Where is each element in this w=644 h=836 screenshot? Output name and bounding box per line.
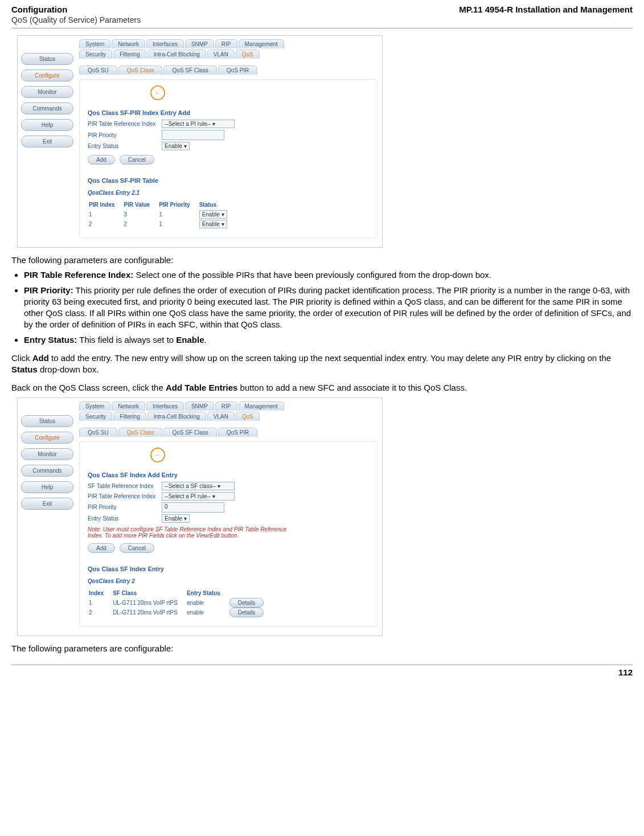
chevron-down-icon: ▾ (212, 493, 215, 499)
label-entry-status: Entry Status (88, 143, 162, 149)
tab-qos[interactable]: QoS (236, 50, 260, 59)
sfindex-add-title: Qos Class SF Index Add Entry (88, 472, 369, 478)
tab-system[interactable]: System (79, 401, 110, 411)
label-sf-ref: SF Table Reference Index (88, 483, 162, 489)
th-pir-index: PIR Index (89, 200, 123, 209)
details-button[interactable]: Details (229, 608, 264, 617)
tab-qos[interactable]: QoS (236, 412, 260, 421)
sidebar-item-configure[interactable]: Configure (21, 69, 73, 81)
chevron-down-icon: ▾ (184, 143, 187, 149)
th-pir-value: PIR Value (124, 200, 158, 209)
tab-filtering[interactable]: Filtering (113, 412, 146, 421)
tab-rip[interactable]: RIP (215, 401, 237, 411)
table-row: 1 UL-G711 20ms VoIP rtPS enable Details (89, 599, 272, 607)
tab-snmp[interactable]: SNMP (185, 39, 214, 48)
label-pir-priority: PIR Priority (88, 132, 162, 138)
label-pir-priority2: PIR Priority (88, 504, 162, 510)
label-entry-status2: Entry Status (88, 515, 162, 522)
label-pir-ref2: PIR Table Reference Index (88, 493, 162, 499)
paragraph: The following parameters are configurabl… (11, 255, 633, 266)
tab-qos-class[interactable]: QoS Class (118, 428, 163, 437)
back-arrow-icon[interactable]: ← (150, 85, 165, 100)
sfpir-add-title: Qos Class SF-PIR Index Entry Add (88, 109, 369, 116)
sidebar-item-monitor[interactable]: Monitor (21, 448, 73, 460)
tab-snmp[interactable]: SNMP (185, 401, 214, 411)
tab-management[interactable]: Management (239, 39, 284, 48)
tab-qos-sf-class[interactable]: QoS SF Class (163, 428, 216, 437)
tab-system[interactable]: System (79, 39, 110, 48)
paragraph: The following parameters are configurabl… (11, 643, 633, 654)
table-row: 1 3 1 Enable ▾ (89, 210, 235, 219)
tab-network[interactable]: Network (112, 39, 145, 48)
sidebar-item-commands[interactable]: Commands (21, 103, 73, 114)
tab-qos-su[interactable]: QoS SU (79, 428, 117, 437)
tab-interfaces[interactable]: Interfaces (146, 401, 184, 411)
list-item: PIR Table Reference Index: Select one of… (24, 269, 633, 281)
select-sf-ref[interactable]: --Select a SF class-- ▾ (162, 482, 235, 490)
tab-qos-pir[interactable]: QoS PIR (218, 428, 257, 437)
select-pir-ref[interactable]: --Select a PI rule-- ▾ (162, 120, 235, 128)
th-status: Status (199, 200, 235, 209)
header-subtitle: QoS (Quality of Service) Parameters (11, 15, 141, 24)
sidebar-item-commands[interactable]: Commands (21, 465, 73, 477)
tab-vlan[interactable]: VLAN (207, 412, 235, 421)
table-row: 2 2 1 Enable ▾ (89, 220, 235, 228)
status-select[interactable]: Enable ▾ (199, 210, 227, 219)
screenshot-qos-sfindex: Status Configure Monitor Commands Help E… (17, 397, 383, 636)
sidebar-item-help[interactable]: Help (21, 119, 73, 131)
cancel-button[interactable]: Cancel (120, 155, 154, 165)
label-pir-ref: PIR Table Reference Index (88, 121, 162, 127)
sidebar-item-configure[interactable]: Configure (21, 432, 73, 444)
tab-vlan[interactable]: VLAN (207, 50, 235, 59)
th-index: Index (89, 589, 112, 597)
screenshot-qos-sfpir: Status Configure Monitor Commands Help E… (17, 35, 383, 248)
list-item: Entry Status: This field is always set t… (24, 334, 633, 346)
sidebar-item-monitor[interactable]: Monitor (21, 86, 73, 98)
qosclass-entry-label2: QosClass Entry 2 (88, 578, 369, 584)
tab-qos-class[interactable]: QoS Class (118, 65, 163, 75)
table-row: 2 DL-G711 20ms VoIP rtPS enable Details (89, 608, 272, 617)
details-button[interactable]: Details (229, 598, 264, 608)
sfpir-table-title: Qos Class SF-PIR Table (88, 177, 369, 184)
tab-interfaces[interactable]: Interfaces (146, 39, 184, 48)
sidebar-item-exit[interactable]: Exit (21, 136, 73, 147)
sfindex-table: Index SF Class Entry Status 1 UL-G711 20… (88, 588, 273, 618)
header-divider (11, 28, 633, 28)
add-button[interactable]: Add (88, 155, 115, 165)
sidebar-item-status[interactable]: Status (21, 53, 73, 65)
tab-qos-pir[interactable]: QoS PIR (218, 65, 257, 75)
tab-qos-su[interactable]: QoS SU (79, 65, 117, 75)
header-section-title: Configuration (11, 5, 141, 14)
tab-security[interactable]: Security (79, 50, 112, 59)
sfindex-entry-title: Qos Class SF Index Entry (88, 565, 369, 572)
add-button[interactable]: Add (88, 543, 115, 553)
tab-management[interactable]: Management (239, 401, 284, 411)
tab-intracell[interactable]: Intra-Cell Blocking (147, 412, 206, 421)
list-item: PIR Priority: This priority per rule def… (24, 285, 633, 331)
note-text: Note: User must configure SF Table Refer… (88, 526, 293, 539)
tab-qos-sf-class[interactable]: QoS SF Class (163, 65, 216, 75)
tab-filtering[interactable]: Filtering (113, 50, 146, 59)
select-pir-ref2[interactable]: --Select a PI rule-- ▾ (162, 492, 235, 501)
sidebar-item-exit[interactable]: Exit (21, 498, 73, 510)
input-pir-priority[interactable] (162, 130, 224, 140)
th-entry-status: Entry Status (187, 589, 228, 597)
tab-intracell[interactable]: Intra-Cell Blocking (147, 50, 206, 59)
back-arrow-icon[interactable]: ← (150, 448, 165, 462)
page-number: 112 (11, 665, 633, 685)
sidebar-item-status[interactable]: Status (21, 415, 73, 427)
tab-network[interactable]: Network (112, 401, 145, 411)
input-pir-priority2[interactable]: 0 (162, 502, 224, 513)
status-select[interactable]: Enable ▾ (199, 220, 227, 228)
select-entry-status[interactable]: Enable ▾ (162, 142, 190, 150)
paragraph: Back on the QoS Class screen, click the … (11, 382, 633, 394)
qosclass-entry-label: QosClass Entry 2.1 (88, 190, 369, 196)
header-doc-title: MP.11 4954-R Installation and Management (459, 5, 633, 14)
cancel-button[interactable]: Cancel (120, 543, 154, 553)
tab-rip[interactable]: RIP (215, 39, 237, 48)
th-pir-priority: PIR Priority (159, 200, 198, 209)
paragraph: Click Add to add the entry. The new entr… (11, 353, 633, 376)
sidebar-item-help[interactable]: Help (21, 481, 73, 493)
tab-security[interactable]: Security (79, 412, 112, 421)
select-entry-status2[interactable]: Enable ▾ (162, 514, 190, 523)
